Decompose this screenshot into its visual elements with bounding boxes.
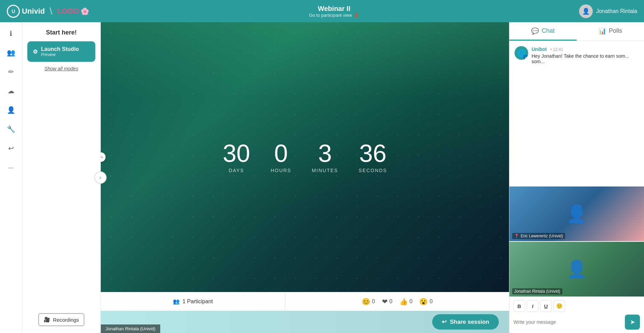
polls-tab-icon: 📊 [599,27,606,35]
chat-text: Hey Jonathan! Take the chance to earn so… [532,53,639,64]
sidebar-icon-tools[interactable]: 🔧 [5,123,17,135]
timer-days: 30 DAYS [223,141,250,173]
jonathan-video-placeholder: 👤 [566,259,587,279]
participants-section: 👥 1 Participant [101,292,285,311]
sidebar-icon-group[interactable]: 👤 [5,104,17,116]
avatar: 👤 [579,4,593,18]
studio-icon: ⚙ [33,48,38,55]
heart-icon: ❤ [382,297,388,306]
launch-title: Launch Studio [41,46,79,52]
chat-tab-icon: 💬 [531,27,539,35]
emoji-button[interactable]: 🙂 [553,300,565,312]
share-session-button[interactable]: ↩ Share session [432,314,499,330]
video-feed-eric: 👤 📍 Eric Lewerentz (Univid) [509,186,644,241]
thumbsup-icon: 👍 [399,297,408,306]
recordings-icon: 🎥 [44,317,50,323]
timer-seconds: 36 SECONDS [359,141,387,173]
right-panel: 💬 Chat 📊 Polls 🌐 in Unibot • 12:41 Hey J… [509,22,644,333]
sidebar-icon-brush[interactable]: ✏ [5,66,17,78]
chat-area: 🌐 in Unibot • 12:41 Hey Jonathan! Take t… [509,41,644,186]
launch-studio-button[interactable]: ⚙ Launch Studio Preview [27,41,95,62]
seconds-label: SECONDS [359,168,387,173]
univid-logo[interactable]: U Univid [7,5,45,18]
recordings-label: Recordings [53,317,79,323]
reaction-heart[interactable]: ❤ 0 [382,297,393,306]
reactions-section: 😊 0 ❤ 0 👍 0 😮 0 [285,297,509,306]
participants-icon: 👥 [173,298,180,305]
bottom-share-bar: Jonathan Rintala (Univid) ↩ Share sessio… [101,311,509,333]
expand-panel-button[interactable]: › [94,171,107,184]
participant-view-link[interactable]: Go to participant view 🚪 [309,13,359,18]
share-label: Share session [450,319,489,325]
main-layout: ℹ 👥 ✏ ☁ 👤 🔧 ↩ ··· Start here! ⚙ Launch S… [0,22,644,333]
surprised-icon: 😮 [419,297,428,306]
countdown-area: +› 30 DAYS 0 HOURS 3 MINUTES 36 SECONDS [101,22,509,292]
show-all-modes-link[interactable]: Show all modes [27,66,95,71]
minutes-value: 3 [312,141,338,166]
sidebar-icon-share[interactable]: ↩ [5,142,17,154]
eric-name: Eric Lewerentz (Univid) [521,234,563,238]
location-icon: 📍 [514,234,519,238]
right-panel-tabs: 💬 Chat 📊 Polls [509,22,644,41]
logo-name: Univid [22,7,45,16]
chat-formatting-toolbar: B I U 🙂 [513,300,640,312]
reaction-surprised[interactable]: 😮 0 [419,297,433,306]
chat-input-area: B I U 🙂 ➤ [509,296,644,333]
video-feed-jonathan: 👤 Jonathan Rintala (Univid) [509,242,644,296]
reaction-smile[interactable]: 😊 0 [362,297,375,306]
recordings-button[interactable]: 🎥 Recordings [38,313,84,326]
sidebar-icon-more[interactable]: ··· [5,161,17,174]
polls-tab-label: Polls [609,27,622,34]
days-value: 30 [223,141,250,166]
jonathan-name: Jonathan Rintala (Univid) [514,289,560,294]
seconds-value: 36 [359,141,387,166]
underline-button[interactable]: U [540,300,552,312]
header-center: Webinar II Go to participant view 🚪 [309,5,359,18]
tab-chat[interactable]: 💬 Chat [509,22,577,41]
header-right: 👤 Jonathan Rintala [579,4,637,18]
heart-count: 0 [389,299,393,305]
eric-video-label: 📍 Eric Lewerentz (Univid) [512,233,565,239]
surprised-count: 0 [429,299,433,305]
jonathan-video-label: Jonathan Rintala (Univid) [512,288,562,294]
countdown-timer: 30 DAYS 0 HOURS 3 MINUTES 36 SECONDS [223,141,387,173]
chat-message-input[interactable] [513,319,622,325]
send-message-button[interactable]: ➤ [625,315,640,330]
logo-circle-icon: U [7,5,20,18]
brand-logo: LOGO 🌸 [57,7,89,16]
header: U Univid \ LOGO 🌸 Webinar II Go to parti… [0,0,644,22]
left-sidebar: ℹ 👥 ✏ ☁ 👤 🔧 ↩ ··· [0,22,22,333]
chat-sender: Unibot [532,46,547,52]
hours-label: HOURS [271,168,291,173]
chat-message: 🌐 in Unibot • 12:41 Hey Jonathan! Take t… [515,46,639,64]
chat-input-row: ➤ [513,315,640,330]
user-name: Jonathan Rintala [596,8,637,14]
chat-time: • 12:41 [550,47,563,52]
smile-icon: 😊 [362,297,370,306]
share-icon: ↩ [442,318,447,325]
sidebar-icon-info[interactable]: ℹ [5,27,17,40]
chat-message-content: Unibot • 12:41 Hey Jonathan! Take the ch… [532,46,639,64]
send-icon: ➤ [630,318,635,326]
chat-tab-label: Chat [542,27,554,34]
flower-icon: 🌸 [81,7,89,15]
sidebar-icon-fingerprint[interactable]: ☁ [5,85,17,97]
webinar-title: Webinar II [309,5,359,13]
minutes-label: MINUTES [312,168,338,173]
sidebar-icon-users[interactable]: 👥 [5,46,17,59]
bold-button[interactable]: B [513,300,525,312]
brand-name: LOGO [57,7,79,16]
unibot-avatar: 🌐 in [515,46,528,60]
days-label: DAYS [223,168,250,173]
exit-icon: 🚪 [354,13,359,18]
reaction-thumbsup[interactable]: 👍 0 [399,297,413,306]
logo-area: U Univid \ LOGO 🌸 [7,5,89,18]
italic-button[interactable]: I [527,300,538,312]
timer-hours: 0 HOURS [271,141,291,173]
tab-polls[interactable]: 📊 Polls [577,22,644,41]
hours-value: 0 [271,141,291,166]
timer-minutes: 3 MINUTES [312,141,338,173]
start-here-label: Start here! [27,29,95,36]
video-feeds: 👤 📍 Eric Lewerentz (Univid) 👤 Jonathan R… [509,186,644,296]
eric-video-placeholder: 👤 [566,204,587,224]
